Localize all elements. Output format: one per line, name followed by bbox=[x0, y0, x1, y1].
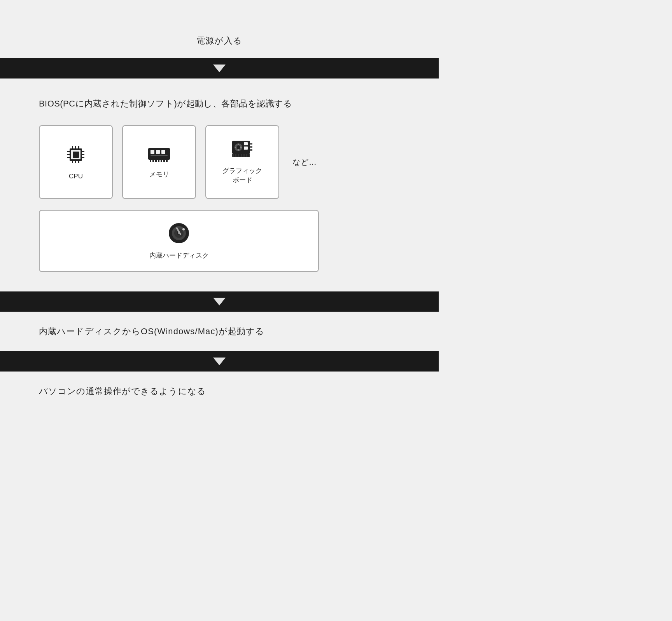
svg-rect-33 bbox=[250, 146, 252, 148]
svg-rect-3 bbox=[75, 146, 76, 148]
svg-rect-19 bbox=[150, 160, 151, 162]
svg-rect-39 bbox=[242, 154, 243, 157]
components-row: CPU bbox=[39, 125, 317, 199]
hdd-card: 内蔵ハードディスク bbox=[39, 210, 319, 272]
svg-rect-6 bbox=[75, 161, 76, 163]
svg-rect-31 bbox=[244, 147, 248, 150]
svg-rect-17 bbox=[156, 150, 160, 154]
svg-rect-21 bbox=[155, 160, 157, 162]
svg-rect-18 bbox=[161, 150, 165, 154]
svg-rect-34 bbox=[250, 149, 252, 151]
step3-label: 内蔵ハードディスクからOS(Windows/Mac)が起動する bbox=[39, 326, 264, 337]
svg-rect-41 bbox=[247, 154, 249, 157]
arrow-down-icon-3 bbox=[213, 358, 226, 365]
arrow-bar-1 bbox=[0, 58, 439, 78]
memory-label: メモリ bbox=[149, 170, 169, 179]
svg-point-29 bbox=[236, 145, 240, 149]
memory-icon bbox=[147, 145, 171, 164]
page-wrapper: 電源が入る BIOS(PCに内蔵された制御ソフト)が起動し、各部品を認識する bbox=[0, 0, 439, 434]
bios-title: BIOS(PCに内蔵された制御ソフト)が起動し、各部品を認識する bbox=[39, 98, 292, 110]
svg-rect-23 bbox=[161, 160, 162, 162]
svg-rect-8 bbox=[67, 151, 70, 152]
svg-rect-9 bbox=[67, 154, 70, 155]
svg-rect-14 bbox=[73, 152, 79, 158]
arrow-bar-2 bbox=[0, 291, 439, 312]
arrow-down-icon-1 bbox=[213, 65, 226, 72]
svg-rect-2 bbox=[72, 146, 73, 148]
svg-rect-38 bbox=[239, 154, 241, 157]
svg-rect-26 bbox=[150, 155, 168, 156]
step3-row: 内蔵ハードディスクからOS(Windows/Mac)が起動する bbox=[0, 312, 439, 351]
svg-rect-40 bbox=[245, 154, 246, 157]
svg-rect-24 bbox=[163, 160, 165, 162]
cpu-card: CPU bbox=[39, 125, 113, 199]
svg-rect-16 bbox=[150, 150, 154, 154]
cpu-label: CPU bbox=[69, 172, 83, 181]
svg-rect-25 bbox=[166, 160, 168, 162]
gpu-icon bbox=[231, 139, 254, 161]
svg-rect-7 bbox=[78, 161, 79, 163]
gpu-label: グラフィック ボード bbox=[222, 166, 262, 185]
svg-rect-32 bbox=[250, 143, 252, 145]
cpu-icon bbox=[64, 143, 88, 166]
svg-rect-22 bbox=[158, 160, 159, 162]
memory-card: メモリ bbox=[122, 125, 196, 199]
bios-section: BIOS(PCに内蔵された制御ソフト)が起動し、各部品を認識する bbox=[0, 78, 439, 291]
step4-row: パソコンの通常操作ができるようになる bbox=[0, 372, 439, 411]
svg-rect-11 bbox=[82, 151, 84, 152]
arrow-bar-3 bbox=[0, 351, 439, 372]
gpu-card: グラフィック ボード bbox=[205, 125, 279, 199]
svg-rect-30 bbox=[244, 142, 248, 145]
step4-label: パソコンの通常操作ができるようになる bbox=[39, 386, 206, 397]
svg-rect-4 bbox=[78, 146, 79, 148]
step1-label: 電源が入る bbox=[196, 23, 242, 58]
svg-rect-10 bbox=[67, 157, 70, 158]
svg-point-48 bbox=[182, 228, 185, 230]
svg-rect-37 bbox=[236, 154, 238, 157]
svg-rect-12 bbox=[82, 154, 84, 155]
svg-rect-5 bbox=[72, 161, 73, 163]
svg-rect-20 bbox=[152, 160, 154, 162]
svg-rect-36 bbox=[234, 154, 235, 157]
svg-rect-13 bbox=[82, 157, 84, 158]
arrow-down-icon-2 bbox=[213, 298, 226, 305]
hdd-icon bbox=[168, 222, 190, 246]
nado-label: など… bbox=[292, 157, 317, 167]
hdd-label: 内蔵ハードディスク bbox=[149, 251, 209, 260]
